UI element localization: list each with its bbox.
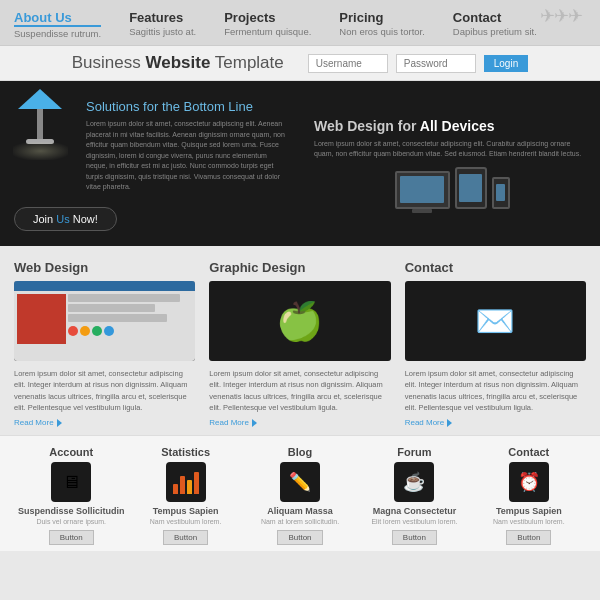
feature-body-graphic: Lorem ipsum dolor sit amet, consectetur … [209, 368, 390, 413]
lamp-shade [18, 89, 62, 109]
feature-contact: Contact ✉️ Lorem ipsum dolor sit amet, c… [405, 260, 586, 427]
footer-btn-account[interactable]: Button [49, 530, 94, 545]
footer-title-forum: Forum [357, 446, 471, 458]
footer-col-account: Account 🖥 Suspendisse Sollicitudin Duis … [14, 446, 128, 545]
phone-device [492, 177, 510, 209]
footer-icon-statistics [166, 462, 206, 502]
footer-icon-account: 🖥 [51, 462, 91, 502]
monitor-device [395, 171, 450, 209]
hero-right-body: Lorem ipsum dolor sit amet, consectetur … [314, 139, 590, 159]
header-title: Business Website Template [72, 53, 284, 73]
nav-item-about[interactable]: About Us Suspendisse rutrum. [14, 10, 101, 39]
monitor-screen [400, 176, 443, 203]
login-button[interactable]: Login [484, 55, 528, 72]
footer-btn-forum[interactable]: Button [392, 530, 437, 545]
nav-title-features: Features [129, 10, 196, 25]
mini-bar-2 [180, 476, 185, 494]
hero-left: Solutions for the Bottom Line Lorem ipsu… [0, 81, 304, 246]
wd-row-3 [68, 314, 167, 322]
phone-screen [496, 184, 506, 201]
footer-icon-contact2: ⏰ [509, 462, 549, 502]
footer-subtitle-statistics: Tempus Sapien [128, 506, 242, 516]
wd-right-panel [68, 294, 192, 344]
mini-bar-3 [187, 480, 192, 494]
footer-title-statistics: Statistics [128, 446, 242, 458]
nav-item-features[interactable]: Features Sagittis justo at. [129, 10, 196, 37]
nav-sub-projects: Fermentum quisque. [224, 26, 311, 37]
read-more-arrow-web [57, 419, 62, 427]
devices-display [314, 167, 590, 209]
footer-row: Account 🖥 Suspendisse Sollicitudin Duis … [14, 446, 586, 545]
feature-graphic-design: Graphic Design 🍏 Lorem ipsum dolor sit a… [209, 260, 390, 427]
nav-sub-features: Sagittis justo at. [129, 26, 196, 37]
apple-icon: 🍏 [276, 302, 323, 340]
icon-dot-4 [104, 326, 114, 336]
footer-btn-contact2[interactable]: Button [506, 530, 551, 545]
footer-title-blog: Blog [243, 446, 357, 458]
footer-title-contact2: Contact [472, 446, 586, 458]
wd-icon-row [68, 326, 192, 336]
icon-dot-1 [68, 326, 78, 336]
footer-col-statistics: Statistics Tempus Sapien Nam vestibulum … [128, 446, 242, 545]
hero-body: Lorem ipsum dolor sit amet, consectetur … [86, 119, 290, 193]
footer-sub-contact2: Nam vestibulum lorem. [472, 517, 586, 526]
wd-bar [14, 281, 195, 291]
lamp-glow [13, 142, 68, 160]
footer-icon-forum: ☕ [394, 462, 434, 502]
hero-right-title: Web Design for All Devices [314, 118, 590, 134]
feature-title-graphic: Graphic Design [209, 260, 390, 275]
feature-img-web [14, 281, 195, 361]
cup-icon: ☕ [403, 471, 425, 493]
join-button[interactable]: Join Us Now! [14, 207, 117, 231]
nav-sub-pricing: Non eros quis tortor. [339, 26, 425, 37]
hero-text: Solutions for the Bottom Line Lorem ipsu… [86, 99, 290, 193]
footer-subtitle-account: Suspendisse Sollicitudin [14, 506, 128, 516]
read-more-arrow-contact [447, 419, 452, 427]
bar-chart-icon [171, 468, 201, 496]
username-input[interactable] [308, 54, 388, 73]
hero-right: Web Design for All Devices Lorem ipsum d… [304, 81, 600, 246]
alarm-icon: ⏰ [518, 471, 540, 493]
footer-title-account: Account [14, 446, 128, 458]
read-more-contact[interactable]: Read More [405, 418, 586, 427]
footer-subtitle-forum: Magna Consectetur [357, 506, 471, 516]
mini-bar-1 [173, 484, 178, 494]
hero-section: Solutions for the Bottom Line Lorem ipsu… [0, 81, 600, 246]
tablet-device [455, 167, 487, 209]
wd-preview [14, 281, 195, 361]
footer-btn-statistics[interactable]: Button [163, 530, 208, 545]
footer-sub-statistics: Nam vestibulum lorem. [128, 517, 242, 526]
read-more-graphic[interactable]: Read More [209, 418, 390, 427]
nav-item-pricing[interactable]: Pricing Non eros quis tortor. [339, 10, 425, 37]
footer-sub-account: Duis vel ornare ipsum. [14, 517, 128, 526]
icon-dot-2 [80, 326, 90, 336]
nav-sub-about: Suspendisse rutrum. [14, 28, 101, 39]
monitor-icon: 🖥 [62, 472, 80, 493]
tablet-screen [459, 174, 481, 203]
nav-item-contact[interactable]: Contact Dapibus pretium sit. [453, 10, 537, 37]
mini-bar-4 [194, 472, 199, 494]
feature-body-contact: Lorem ipsum dolor sit amet, consectetur … [405, 368, 586, 413]
birds-decoration: ✈ ✈ ✈ [540, 5, 580, 27]
pencil-icon: ✏️ [289, 471, 311, 493]
nav-title-about: About Us [14, 10, 101, 27]
nav-item-projects[interactable]: Projects Fermentum quisque. [224, 10, 311, 37]
footer-btn-blog[interactable]: Button [277, 530, 322, 545]
feature-title-web: Web Design [14, 260, 195, 275]
nav-sub-contact: Dapibus pretium sit. [453, 26, 537, 37]
feature-title-contact: Contact [405, 260, 586, 275]
feature-body-web: Lorem ipsum dolor sit amet, consectetur … [14, 368, 195, 413]
read-more-web[interactable]: Read More [14, 418, 195, 427]
wd-row-1 [68, 294, 180, 302]
footer-section: Account 🖥 Suspendisse Sollicitudin Duis … [0, 435, 600, 551]
password-input[interactable] [396, 54, 476, 73]
lamp-body [37, 109, 43, 139]
footer-col-forum: Forum ☕ Magna Consectetur Elit lorem ves… [357, 446, 471, 545]
footer-col-blog: Blog ✏️ Aliquam Massa Nam at lorem solli… [243, 446, 357, 545]
footer-sub-forum: Elit lorem vestibulum lorem. [357, 517, 471, 526]
icon-dot-3 [92, 326, 102, 336]
nav-title-pricing: Pricing [339, 10, 425, 25]
features-section: Web Design [0, 246, 600, 435]
footer-sub-blog: Nam at lorem sollicitudin. [243, 517, 357, 526]
header-bar: Business Website Template Login [0, 46, 600, 81]
